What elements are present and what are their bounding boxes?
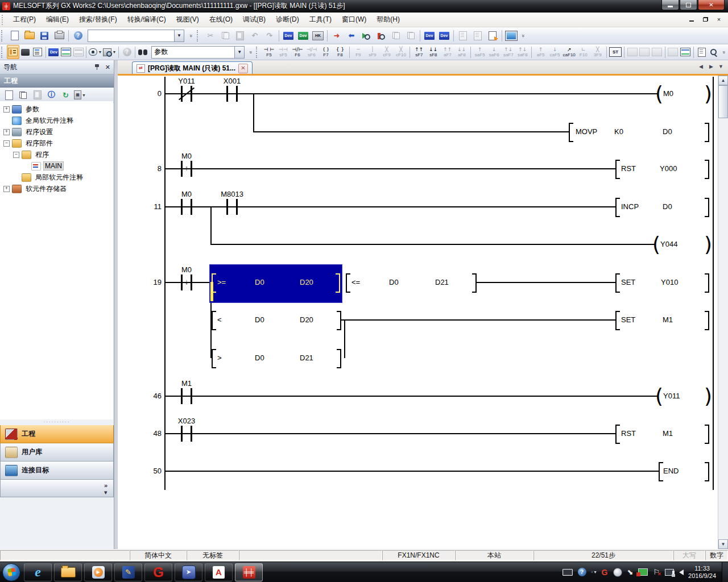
edit-mode-4-button[interactable] bbox=[667, 45, 680, 59]
instruction-SET-M1[interactable] bbox=[615, 310, 709, 330]
inline-comment-button[interactable] bbox=[679, 45, 692, 59]
inline-st-button[interactable]: ST bbox=[609, 45, 622, 59]
tree-item-参数[interactable]: +参数 bbox=[0, 103, 113, 115]
nav-paste-button[interactable] bbox=[31, 89, 44, 102]
instruction-END[interactable] bbox=[659, 462, 709, 481]
statement-button[interactable] bbox=[696, 45, 708, 59]
ladder-symbol-sF8-button[interactable]: ↓↓sF8 bbox=[426, 44, 440, 60]
tree-item-程序设置[interactable]: +程序设置 bbox=[0, 126, 113, 138]
ladder-symbol-cF9-button[interactable]: ╳cF9 bbox=[379, 44, 394, 60]
view-button-工程[interactable]: 工程 bbox=[0, 425, 114, 443]
pin-icon[interactable] bbox=[94, 64, 101, 70]
mdi-minimize-button[interactable] bbox=[687, 15, 696, 23]
contact-X001[interactable] bbox=[224, 85, 241, 103]
taskbar-clock[interactable]: 11:332016/9/24 bbox=[688, 565, 716, 580]
tree-expander-icon[interactable]: + bbox=[3, 186, 10, 192]
scrollbar-thumb[interactable] bbox=[718, 85, 728, 118]
taskbar-pdf-reader[interactable]: A bbox=[205, 563, 233, 581]
compare->=-D0-D20[interactable] bbox=[212, 273, 340, 292]
view-button-连接目标[interactable]: 连接目标 bbox=[0, 462, 114, 480]
menu-item-7[interactable]: 调试(B) bbox=[238, 13, 271, 27]
device-comment-list-button[interactable]: Dev bbox=[48, 45, 60, 59]
ladder-symbol-sF6-button[interactable]: ⊣/⊣sF6 bbox=[304, 44, 318, 60]
instruction-RST-M1[interactable] bbox=[615, 424, 709, 443]
action-center-flag-icon[interactable]: ⚐✕ bbox=[653, 568, 660, 576]
program-list-button[interactable] bbox=[31, 45, 44, 59]
device-init-button[interactable] bbox=[72, 45, 85, 59]
help-2-button[interactable]: ? bbox=[121, 45, 133, 59]
tab-scroll-right-icon[interactable]: ▶ bbox=[709, 64, 713, 69]
ladder-symbol-caF5-button[interactable]: ↓caF5 bbox=[548, 44, 562, 60]
read-from-plc-button[interactable]: ⬅ bbox=[344, 28, 359, 43]
coil-Y044[interactable] bbox=[652, 234, 712, 255]
ladder-symbol-3F9-button[interactable]: ╳3F9 bbox=[590, 44, 605, 60]
function-block-combo[interactable]: ▼ bbox=[88, 30, 184, 42]
ladder-symbol-sF5-button[interactable]: ⊣⊣sF5 bbox=[276, 44, 290, 60]
coil-Y011[interactable] bbox=[655, 386, 712, 406]
disc-icon[interactable] bbox=[613, 568, 622, 577]
device-display-1-button[interactable]: Dev bbox=[422, 28, 437, 43]
tree-expander-icon[interactable]: − bbox=[3, 140, 10, 147]
contact-M8013[interactable] bbox=[224, 198, 241, 216]
toolbar-overflow-icon[interactable]: » bbox=[185, 32, 197, 39]
tree-item-软元件存储器[interactable]: +软元件存储器 bbox=[0, 183, 113, 194]
paste-button[interactable] bbox=[233, 28, 247, 43]
menu-grip[interactable] bbox=[2, 15, 6, 25]
contact-X023[interactable] bbox=[179, 425, 196, 443]
toolbar-grip[interactable] bbox=[256, 47, 260, 58]
monitor-read-button[interactable] bbox=[403, 28, 418, 43]
chevron-expand-icon[interactable]: »▾ bbox=[104, 482, 107, 496]
ladder-symbol-sF7-button[interactable]: ↑↑sF7 bbox=[412, 44, 426, 60]
contact-M0[interactable] bbox=[179, 273, 196, 292]
menu-item-1[interactable]: 工程(P) bbox=[8, 13, 41, 27]
panel-splitter[interactable]: ·········· bbox=[0, 419, 114, 425]
instruction-MOVP-K0-D0[interactable] bbox=[569, 122, 709, 142]
copy-button[interactable] bbox=[218, 28, 233, 43]
menu-item-6[interactable]: 在线(O) bbox=[204, 13, 238, 27]
ladder-symbol-sF9-button[interactable]: │sF9 bbox=[365, 44, 379, 60]
print-button[interactable] bbox=[52, 28, 67, 43]
toolbar-overflow-icon[interactable]: » bbox=[718, 49, 728, 55]
contact-M1[interactable] bbox=[179, 387, 196, 405]
save-project-button[interactable] bbox=[37, 28, 52, 43]
menu-item-11[interactable]: 帮助(H) bbox=[371, 13, 405, 27]
ladder-symbol-caF10-button[interactable]: ↗caF10 bbox=[562, 44, 576, 60]
tab-scroll-left-icon[interactable]: ◀ bbox=[699, 64, 703, 69]
tab-main-program[interactable]: ⇄ [PRG]读取 MAIN (只读) 51... ✕ bbox=[132, 61, 253, 74]
taskbar-remote-desktop[interactable]: ➤ bbox=[175, 563, 202, 581]
coil-M0[interactable] bbox=[655, 84, 712, 104]
menu-item-8[interactable]: 诊断(D) bbox=[271, 13, 304, 27]
transfer-setup-1-button[interactable] bbox=[456, 28, 470, 43]
taskbar-windows-explorer[interactable] bbox=[54, 563, 82, 581]
taskbar-media-player[interactable]: ▶ bbox=[84, 563, 112, 581]
edit-mode-3-button[interactable] bbox=[651, 45, 663, 59]
find-button[interactable] bbox=[137, 45, 150, 59]
ladder-symbol-saF6-button[interactable]: ↓saF6 bbox=[487, 44, 501, 60]
toolbar-grip[interactable] bbox=[1, 47, 6, 58]
instruction-SET-Y010[interactable] bbox=[615, 273, 709, 292]
ladder-symbol-F7-button[interactable]: ( )F7 bbox=[319, 44, 333, 60]
write-to-plc-button[interactable]: ➜ bbox=[329, 28, 344, 43]
monitor-stop-button[interactable] bbox=[374, 28, 388, 43]
device-display-2-button[interactable]: Dev bbox=[437, 28, 452, 43]
nav-copy-button[interactable] bbox=[16, 89, 30, 102]
taskbar-internet-explorer[interactable]: e bbox=[24, 563, 52, 581]
monitor-mode-button[interactable] bbox=[504, 28, 519, 43]
tree-item-程序部件[interactable]: −程序部件 bbox=[0, 138, 113, 149]
menu-item-10[interactable]: 窗口(W) bbox=[337, 13, 371, 27]
vertical-scrollbar[interactable]: ▲ ▼ bbox=[718, 76, 728, 549]
tree-item-局部软元件注释[interactable]: 局部软元件注释 bbox=[0, 172, 113, 183]
compare-<=-D0-D21[interactable] bbox=[346, 273, 477, 292]
ladder-symbol-F9-button[interactable]: ─F9 bbox=[351, 44, 365, 60]
contact-M0[interactable] bbox=[179, 160, 196, 178]
tree-expander-icon[interactable]: + bbox=[3, 106, 10, 113]
device-memory-button[interactable] bbox=[60, 45, 72, 59]
help-balloon-icon[interactable]: ? bbox=[578, 568, 586, 576]
ladder-symbol-cF10-button[interactable]: ╳cF10 bbox=[394, 44, 408, 60]
transfer-setup-3-button[interactable] bbox=[485, 28, 500, 43]
ladder-symbol-F6-button[interactable]: ⊣/⊢F6 bbox=[290, 44, 304, 60]
device-hk-button[interactable]: HK bbox=[311, 28, 325, 43]
ladder-canvas[interactable]: 0Y011X001()M0MOVPK0D08↑M0RSTY00011M0M801… bbox=[118, 76, 718, 549]
tree-expander-icon[interactable]: − bbox=[13, 152, 19, 158]
toolbar-overflow-icon[interactable]: » bbox=[518, 32, 529, 39]
